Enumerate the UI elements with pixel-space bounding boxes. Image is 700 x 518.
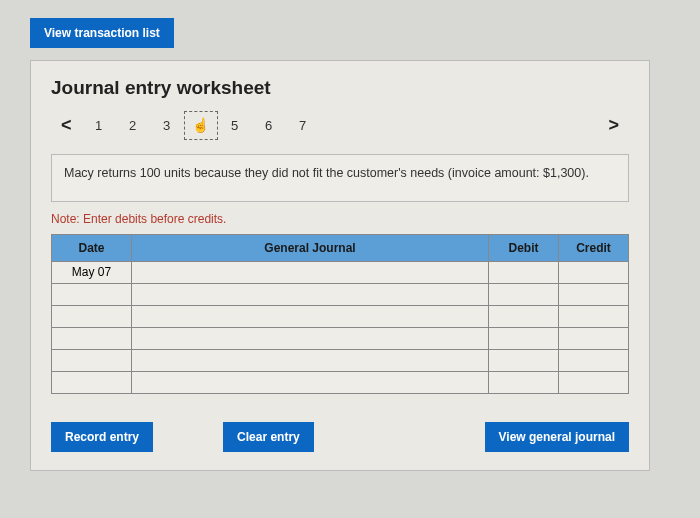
date-cell[interactable] [52, 371, 132, 393]
table-row: May 07 [52, 261, 629, 283]
debit-cell[interactable] [489, 305, 559, 327]
view-general-journal-button[interactable]: View general journal [485, 422, 629, 452]
debit-cell[interactable] [489, 349, 559, 371]
table-row [52, 327, 629, 349]
date-cell[interactable]: May 07 [52, 261, 132, 283]
transaction-description: Macy returns 100 units because they did … [51, 154, 629, 202]
pager-page-7[interactable]: 7 [286, 112, 320, 139]
gj-cell[interactable] [132, 349, 489, 371]
table-row [52, 283, 629, 305]
gj-cell[interactable] [132, 283, 489, 305]
credit-cell[interactable] [559, 327, 629, 349]
date-cell[interactable] [52, 327, 132, 349]
date-cell[interactable] [52, 283, 132, 305]
debit-cell[interactable] [489, 371, 559, 393]
credit-cell[interactable] [559, 283, 629, 305]
col-header-general-journal: General Journal [132, 234, 489, 261]
pager-page-5[interactable]: 5 [218, 112, 252, 139]
pager-page-2[interactable]: 2 [116, 112, 150, 139]
credit-cell[interactable] [559, 261, 629, 283]
gj-cell[interactable] [132, 371, 489, 393]
pager-next[interactable]: > [598, 111, 629, 140]
worksheet-title: Journal entry worksheet [51, 77, 629, 99]
footer-buttons: Record entry Clear entry View general jo… [51, 422, 629, 452]
credit-cell[interactable] [559, 305, 629, 327]
col-header-date: Date [52, 234, 132, 261]
pager-page-6[interactable]: 6 [252, 112, 286, 139]
debit-cell[interactable] [489, 283, 559, 305]
debit-cell[interactable] [489, 327, 559, 349]
gj-cell[interactable] [132, 305, 489, 327]
view-transaction-list-button[interactable]: View transaction list [30, 18, 174, 48]
journal-table: Date General Journal Debit Credit May 07 [51, 234, 629, 394]
record-entry-button[interactable]: Record entry [51, 422, 153, 452]
gj-cell[interactable] [132, 327, 489, 349]
gj-cell[interactable] [132, 261, 489, 283]
debit-cell[interactable] [489, 261, 559, 283]
col-header-debit: Debit [489, 234, 559, 261]
credit-cell[interactable] [559, 371, 629, 393]
date-cell[interactable] [52, 349, 132, 371]
pager-prev[interactable]: < [51, 111, 82, 140]
pager: < 1 2 3 ☝ 5 6 7 > [51, 111, 629, 140]
worksheet-card: Journal entry worksheet < 1 2 3 ☝ 5 6 7 … [30, 60, 650, 471]
hand-cursor-icon: ☝ [192, 117, 209, 133]
pager-page-1[interactable]: 1 [82, 112, 116, 139]
table-row [52, 371, 629, 393]
col-header-credit: Credit [559, 234, 629, 261]
pager-page-4[interactable]: ☝ [184, 111, 218, 140]
date-cell[interactable] [52, 305, 132, 327]
table-row [52, 305, 629, 327]
note-text: Note: Enter debits before credits. [51, 212, 629, 226]
credit-cell[interactable] [559, 349, 629, 371]
table-row [52, 349, 629, 371]
clear-entry-button[interactable]: Clear entry [223, 422, 314, 452]
pager-page-3[interactable]: 3 [150, 112, 184, 139]
